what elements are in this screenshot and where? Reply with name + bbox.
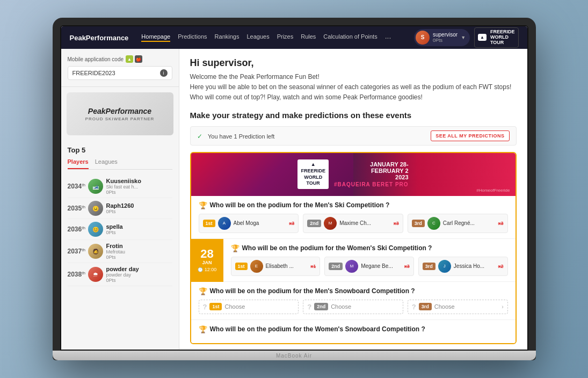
top5-title: Top 5 [68,146,172,154]
player-info: Frotin Mefrotau 0Pts [106,243,172,260]
place-badge-1st: 1st [235,263,248,270]
place-badge-3rd: 3rd [423,263,435,270]
competition-section: 🏆 Who will be on the podium for the Men'… [191,196,516,343]
event-banner: ▲FREERIDEWORLDTOUR JANUARY 28-FEBRUARY 2… [191,153,516,196]
rank-badge: 2038th [68,271,85,278]
nav-homepage[interactable]: Homepage [141,33,170,42]
pick-thumb: E [250,260,263,273]
check-icon: ✓ [197,133,202,140]
pick-name: Elisabeth ... [266,263,308,269]
android-icon: ▲ [126,55,133,63]
player-name: powder day [106,266,172,272]
player-info: powder day powder day 0Pts [106,266,172,283]
question-icon: ? [412,303,416,311]
sponsor-logo: PeakPerformance [88,107,151,115]
nav-links: Homepage Predictions Rankings Leagues Pr… [141,33,405,42]
choose-2nd[interactable]: ? 2nd Choose [303,300,403,314]
fwt-icon: ▲ [480,35,484,40]
womens-ski-row: 28 Jan 🕛 12:00 🏆 [191,239,516,282]
player-pts: 0Pts [106,230,172,235]
pick-mult: x2 [498,264,504,269]
avatar: 😊 [88,222,103,237]
pick-thumb: C [427,217,440,230]
womens-snowboard-content: 🏆 Who will be on the podium for the Wome… [191,320,516,343]
player-pts: 0Pts [106,209,172,214]
nav-rules[interactable]: Rules [301,33,316,42]
nav-calc[interactable]: Calculation of Points [323,33,377,42]
date-month: Jan [202,260,212,265]
question-icon: ? [307,303,311,311]
place-badge-2nd: 2nd [307,220,321,227]
pick-mult: x1 [310,264,316,269]
nav-rankings[interactable]: Rankings [215,33,239,42]
player-sub: Ski fast eat h... [106,184,172,190]
nav-prizes[interactable]: Prizes [277,33,294,42]
mens-snowboard-row: 🏆 Who will be on the podium for the Men'… [191,282,516,320]
podium-picks: 1st A Abel Moga x3 2nd M M [199,214,508,233]
player-sub: Mefrotau [106,249,172,255]
laptop-frame: PeakPerformance Homepage Predictions Ran… [53,18,536,360]
rank-badge: 2034th [68,183,85,190]
player-info: spella 0Pts [106,223,172,235]
avatar: 🎿 [88,179,103,194]
prediction-count: You have 1 Prediction left [208,133,274,140]
pick-thumb: M [324,217,337,230]
list-item: 2038th 🌨 powder day powder day 0Pts [68,263,172,286]
sidebar: Mobile application code ▲ 🍎 FREERIDE2023… [61,49,179,350]
nav-more-dots[interactable]: ··· [385,33,391,42]
user-badge[interactable]: S supervisor 0Pts ▼ [414,29,470,46]
choose-3rd[interactable]: ? 3rd Choose › [408,300,508,314]
pick-mult: x3 [289,221,294,226]
pick-name: Jessica Ho... [454,263,496,269]
pick-thumb: M [345,260,358,273]
pick-mult: x3 [498,221,504,226]
banner-center: ▲FREERIDEWORLDTOUR JANUARY 28-FEBRUARY 2… [297,159,408,189]
nav-leagues[interactable]: Leagues [246,33,269,42]
pick-1st[interactable]: 1st E Elisabeth ... x1 [231,257,321,276]
place-badge-2nd: 2nd [314,303,328,310]
avatar: 🧔 [88,244,103,259]
sponsor-sub: PROUD SKIWEAR PARTNER [85,117,155,121]
nav-predictions[interactable]: Predictions [178,33,207,42]
pick-1st[interactable]: 1st A Abel Moga x3 [199,214,299,233]
pick-2nd[interactable]: 2nd M Megane Be... x3 [324,257,414,276]
date-num: 28 [200,248,213,260]
fwt-text: FREERIDEWORLDTOUR [490,30,515,46]
rank-badge: 2036th [68,226,85,233]
greeting: Hi supervisor, [190,57,517,69]
mens-ski-content: 🏆 Who will be on the podium for the Men'… [191,196,516,239]
pick-2nd[interactable]: 2nd M Maxime Ch... x3 [303,214,403,233]
womens-ski-content: 🏆 Who will be on the podium for the Wome… [223,239,516,282]
laptop-screen: PeakPerformance Homepage Predictions Ran… [60,25,528,351]
choose-1st[interactable]: ? 1st Choose [199,300,299,314]
pick-thumb: J [438,260,451,273]
top-nav: PeakPerformance Homepage Predictions Ran… [61,26,527,49]
mens-snowboard-content: 🏆 Who will be on the podium for the Men'… [191,282,516,320]
info-icon[interactable]: i [160,69,168,77]
player-name: Kuuseniisko [106,178,172,184]
date-time: 🕛 12:00 [198,267,217,272]
strategy-title: Make your strategy and make predictions … [190,111,517,120]
banner-info: JANUARY 28-FEBRUARY 22023 #BAQUEIRA BERE… [334,161,409,187]
fwt-badge: ▲ FREERIDEWORLDTOUR [474,27,518,48]
see-all-predictions-button[interactable]: SEE ALL MY PREDICTIONS [431,130,509,141]
event-location: #BAQUEIRA BERET PRO [334,181,409,187]
prediction-bar: ✓ You have 1 Prediction left SEE ALL MY … [190,126,517,146]
mens-ski-row: 🏆 Who will be on the podium for the Men'… [191,196,516,239]
pick-name: Maxime Ch... [339,220,391,226]
choose-label: Choose [331,303,351,310]
place-badge-1st: 1st [203,220,215,227]
username: supervisor [433,32,458,38]
place-badge-2nd: 2nd [329,263,343,270]
avatar: 🌨 [88,267,103,282]
pick-3rd[interactable]: 3rd C Carl Regné... x3 [408,214,508,233]
content: Hi supervisor, Welcome the the Peak Perf… [179,49,527,350]
choose-label: Choose [434,303,455,310]
pick-3rd[interactable]: 3rd J Jessica Ho... x2 [418,257,508,276]
welcome-text: Welcome the the Peak Performance Fun Bet… [190,72,517,103]
tab-leagues[interactable]: Leagues [95,158,118,169]
tab-players[interactable]: Players [68,158,89,169]
ios-icon: 🍎 [135,55,142,63]
date-sidebar: 28 Jan 🕛 12:00 [191,239,223,282]
code-value: FREERIDE2023 [72,70,115,76]
